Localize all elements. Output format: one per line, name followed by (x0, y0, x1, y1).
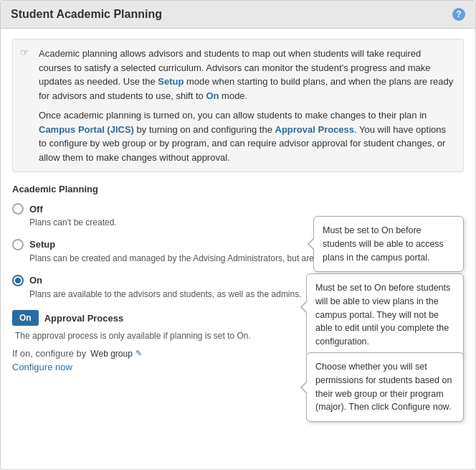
info-box-content: Academic planning allows advisors and st… (39, 47, 454, 164)
edit-icon[interactable]: ✎ (135, 349, 142, 358)
radio-off-circle[interactable] (12, 203, 24, 215)
approval-highlight: Approval Process (275, 124, 355, 135)
configure-label: If on, configure by (12, 348, 86, 359)
tooltip-configure: Choose whether you will set permissions … (306, 352, 464, 422)
on-highlight: On (206, 90, 219, 101)
main-panel: Student Academic Planning ? ☞ Academic p… (0, 0, 476, 470)
radio-on-label: On (29, 275, 42, 286)
help-icon[interactable]: ? (452, 8, 465, 21)
section-title: Academic Planning (12, 184, 464, 194)
radio-setup-label: Setup (29, 239, 55, 250)
radio-setup-circle[interactable] (12, 239, 24, 250)
radio-on-circle[interactable] (12, 275, 24, 286)
setup-highlight: Setup (158, 76, 184, 87)
panel-title: Student Academic Planning (11, 8, 162, 21)
panel-header: Student Academic Planning ? (1, 1, 475, 29)
info-box: ☞ Academic planning allows advisors and … (12, 39, 464, 172)
tooltip3-text: Choose whether you will set permissions … (315, 362, 452, 412)
approval-toggle-button[interactable]: On (12, 310, 39, 326)
approval-label: Approval Process (44, 313, 124, 324)
tooltip2-text: Must be set to On before students will b… (315, 283, 450, 347)
portal-highlight: Campus Portal (JICS) (39, 124, 134, 135)
info-para2: Once academic planning is turned on, you… (39, 108, 454, 164)
info-pointer-icon: ☞ (20, 47, 29, 58)
configure-value: Web group (90, 349, 132, 359)
info-para1: Academic planning allows advisors and st… (39, 47, 454, 103)
radio-off-label: Off (29, 204, 43, 215)
tooltip-on-radio: Must be set to On before students will b… (313, 216, 464, 272)
tooltip1-text: Must be set to On before students will b… (323, 225, 444, 263)
configure-now-link[interactable]: Configure now (12, 362, 72, 372)
tooltip-approval: Must be set to On before students will b… (306, 273, 464, 357)
